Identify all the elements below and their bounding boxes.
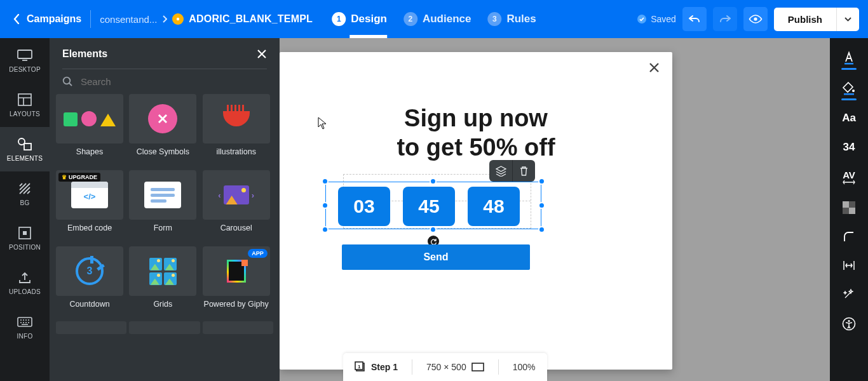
close-symbol-icon — [148, 104, 177, 133]
popup-preview[interactable]: Sign up now to get 50% off 03 45 48 — [280, 52, 672, 370]
mouse-cursor-icon — [318, 117, 327, 130]
resize-handle[interactable] — [322, 202, 329, 209]
heading-line: Sign up now — [280, 104, 672, 133]
svg-rect-9 — [18, 318, 32, 326]
svg-point-16 — [852, 90, 855, 92]
svg-rect-20 — [849, 208, 855, 214]
publish-button[interactable]: Publish — [774, 8, 836, 31]
element-illustrations[interactable]: illustrations — [203, 94, 270, 168]
divider — [62, 69, 267, 69]
spacing-tool[interactable] — [830, 260, 868, 271]
font-size-tool[interactable]: 34 — [830, 141, 868, 154]
resize-handle[interactable] — [538, 202, 545, 209]
resize-handle[interactable] — [322, 226, 329, 233]
resize-handle[interactable] — [538, 178, 545, 185]
sidebar-item-uploads[interactable]: UPLOADS — [0, 260, 50, 305]
canvas[interactable]: Sign up now to get 50% off 03 45 48 — [280, 38, 830, 381]
element-form[interactable]: Form — [129, 170, 196, 244]
resize-handle[interactable] — [538, 226, 545, 233]
tab-audience[interactable]: 2 Audience — [403, 0, 471, 38]
fill-color-tool[interactable] — [830, 81, 868, 95]
magic-tool[interactable] — [830, 288, 868, 300]
tab-rules[interactable]: 3 Rules — [487, 0, 536, 38]
breadcrumb-parent[interactable]: consentand... — [100, 14, 157, 25]
editor-tabs: 1 Design 2 Audience 3 Rules — [332, 0, 536, 38]
elements-grid: Shapes Close Symbols illustrations ♛UPGR… — [50, 94, 280, 320]
layers-button[interactable] — [489, 160, 512, 182]
breadcrumb-root[interactable]: Campaigns — [27, 13, 81, 25]
dimensions-value: 750 × 500 — [426, 362, 466, 372]
publish-dropdown[interactable] — [836, 8, 859, 31]
carousel-icon: ‹› — [218, 185, 254, 204]
layouts-icon — [18, 92, 32, 107]
search-field[interactable] — [50, 76, 280, 94]
selection-outline — [325, 182, 541, 229]
element-grids[interactable]: Grids — [129, 246, 196, 320]
sidebar-item-info[interactable]: INFO — [0, 305, 50, 349]
element-embed-code[interactable]: ♛UPGRADE </> Embed code — [56, 170, 123, 244]
panel-close-button[interactable] — [257, 49, 267, 59]
check-circle-icon — [637, 14, 647, 24]
element-close-symbols[interactable]: Close Symbols — [129, 94, 196, 168]
fill-icon — [842, 81, 856, 95]
resize-handle[interactable] — [322, 178, 329, 185]
wand-icon — [843, 288, 855, 300]
element-giphy[interactable]: APP Powered by Giphy — [203, 246, 270, 320]
tab-label: Rules — [506, 13, 536, 25]
sidebar-item-desktop[interactable]: DESKTOP — [0, 38, 50, 83]
spacing-icon — [842, 260, 856, 271]
font-family-tool[interactable]: Aa — [830, 112, 868, 124]
transparency-tool[interactable] — [830, 201, 868, 214]
resize-handle[interactable] — [430, 178, 437, 185]
topbar-actions: Saved Publish — [637, 7, 868, 31]
redo-button[interactable] — [713, 7, 737, 31]
font-label: Aa — [842, 112, 856, 124]
text-color-tool[interactable] — [830, 51, 868, 65]
saved-label: Saved — [651, 14, 676, 24]
preview-button[interactable] — [743, 7, 768, 31]
shapes-icon — [64, 111, 116, 126]
step-icon: 1 — [355, 361, 366, 373]
element-carousel[interactable]: ‹› Carousel — [203, 170, 270, 244]
card-label: Countdown — [69, 300, 109, 320]
letter-spacing-tool[interactable]: AV — [830, 170, 868, 185]
send-button[interactable]: Send — [342, 244, 530, 270]
popup-close-button[interactable] — [649, 62, 660, 73]
sidebar-label: BG — [20, 199, 29, 206]
undo-button[interactable] — [682, 7, 707, 31]
right-sidebar: Aa 34 AV — [830, 38, 868, 381]
breadcrumb-current[interactable]: ADORIC_BLANK_TEMPL — [189, 13, 313, 25]
element-shapes[interactable]: Shapes — [56, 94, 123, 168]
search-icon — [62, 76, 73, 87]
svg-point-0 — [177, 18, 179, 20]
upgrade-badge: ♛UPGRADE — [58, 173, 100, 182]
bowl-icon — [223, 111, 250, 126]
tab-label: Design — [351, 13, 387, 25]
left-sidebar: DESKTOP LAYOUTS ELEMENTS BG POSITION UPL… — [0, 38, 50, 381]
heading-line: to get 50% off — [280, 133, 672, 163]
accessibility-tool[interactable] — [830, 317, 868, 331]
timer-selection[interactable]: 03 45 48 — [325, 182, 541, 229]
chevron-right-icon — [162, 15, 167, 23]
element-countdown[interactable]: 3 Countdown — [56, 246, 123, 320]
popup-heading[interactable]: Sign up now to get 50% off — [280, 104, 672, 162]
selection-toolbar — [489, 160, 535, 182]
sidebar-item-bg[interactable]: BG — [0, 171, 50, 216]
search-input[interactable] — [79, 76, 267, 88]
back-arrow[interactable] — [10, 14, 23, 24]
tab-number: 2 — [403, 12, 417, 26]
sidebar-item-position[interactable]: POSITION — [0, 216, 50, 260]
zoom-level[interactable]: 100% — [513, 362, 536, 372]
close-icon — [257, 49, 267, 59]
resize-handle[interactable] — [430, 226, 437, 233]
top-bar: Campaigns consentand... ADORIC_BLANK_TEM… — [0, 0, 868, 38]
canvas-dimensions[interactable]: 750 × 500 — [426, 362, 484, 372]
corner-radius-tool[interactable] — [830, 231, 868, 243]
sidebar-item-layouts[interactable]: LAYOUTS — [0, 83, 50, 127]
card-label: Carousel — [220, 224, 252, 244]
sidebar-item-elements[interactable]: ELEMENTS — [0, 127, 50, 171]
delete-button[interactable] — [512, 160, 535, 182]
step-indicator[interactable]: 1 Step 1 — [355, 361, 398, 373]
svg-rect-8 — [23, 231, 27, 235]
tab-design[interactable]: 1 Design — [332, 0, 387, 38]
